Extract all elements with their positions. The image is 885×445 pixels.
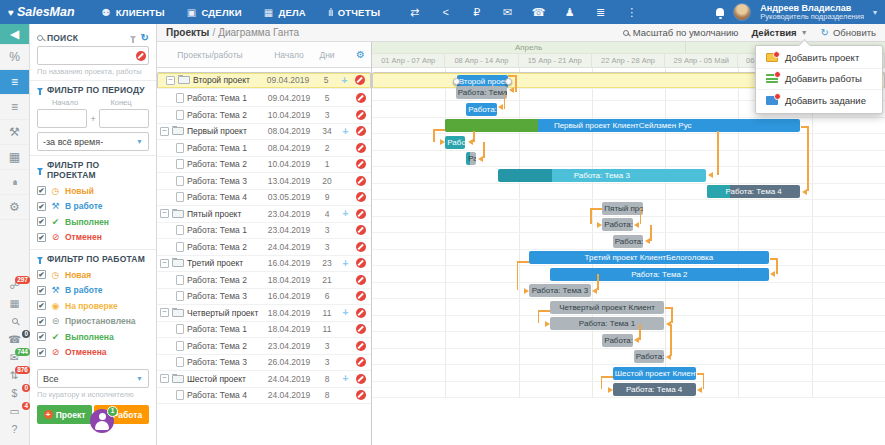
delete-icon[interactable] — [356, 192, 366, 202]
table-row[interactable]: Работа: Тема 424.04.20198 — [157, 388, 371, 405]
zoom-default-button[interactable]: Масштаб по умолчанию — [623, 27, 739, 38]
rail-item-gantt[interactable]: ≡ — [0, 70, 29, 95]
rail-item-deals[interactable]: ☍297 — [0, 276, 29, 294]
menu-item[interactable]: Добавить задание — [756, 90, 882, 112]
period-start-input[interactable] — [37, 109, 87, 128]
gantt-bar[interactable]: Первый проект КлиентСейлзмен Рус — [445, 119, 800, 132]
gantt-row[interactable]: Пятый проект К — [372, 200, 885, 217]
add-work-icon[interactable]: + — [343, 208, 349, 219]
nav-item-deals[interactable]: ▣СДЕЛКИ — [176, 0, 253, 24]
delete-icon[interactable] — [356, 374, 366, 384]
period-end-input[interactable] — [99, 109, 149, 128]
gantt-bar[interactable]: Работа: Тема 4 — [613, 383, 696, 396]
delete-icon[interactable] — [356, 390, 366, 400]
table-row[interactable]: Работа: Тема 316.04.20196 — [157, 289, 371, 306]
gantt-row[interactable]: Работа: Тема 4 — [372, 382, 885, 399]
mail-icon[interactable]: ✉ — [492, 6, 523, 19]
table-row[interactable]: Работа: Тема 108.04.20192 — [157, 140, 371, 157]
actions-button[interactable]: Действия ▼ — [751, 27, 807, 38]
table-row[interactable]: −Третий проект16.04.201923+ — [157, 256, 371, 273]
table-row[interactable]: −Четвертый проект18.04.201911+ — [157, 305, 371, 322]
checkbox[interactable]: ✔ — [37, 332, 46, 341]
gantt-bar[interactable]: Четвертый проект Клиент — [550, 301, 664, 314]
rail-item-help[interactable]: ? — [0, 420, 29, 438]
delete-icon[interactable] — [356, 126, 366, 136]
gantt-row[interactable]: Работа: Тема 3 — [372, 283, 885, 300]
filter-option[interactable]: ✔⊘Отменена — [37, 345, 149, 361]
rail-item-settings[interactable]: ⚙ — [0, 195, 29, 220]
gantt-bar[interactable]: Шестой проект КлиентПАРТИК — [613, 367, 696, 380]
gantt-row[interactable]: Четвертый проект Клиент — [372, 299, 885, 316]
checkbox[interactable]: ✔ — [37, 270, 46, 279]
gantt-row[interactable]: Работа: Тема 1 — [372, 217, 885, 234]
search-input[interactable] — [37, 46, 149, 65]
gantt-bar[interactable]: Работа: Тема 2 — [613, 235, 643, 248]
rail-item-list[interactable]: ≡ — [0, 95, 29, 120]
rail-item-calendar-day[interactable]: ▦ — [0, 294, 29, 312]
nav-item-reports[interactable]: ılıОТЧЕТЫ — [317, 0, 391, 24]
checkbox[interactable]: ✔ — [37, 286, 46, 295]
filter-option[interactable]: ✔✔Выполнен — [37, 214, 149, 230]
gantt-row[interactable]: Работа: Тема 2 — [372, 266, 885, 283]
period-range-select[interactable]: -за всё время- ▼ — [37, 132, 149, 151]
table-row[interactable]: Работа: Тема 109.04.20195 — [157, 91, 371, 108]
filter-option[interactable]: ✔⊜Приостановлена — [37, 314, 149, 330]
checkbox[interactable]: ✔ — [37, 186, 46, 195]
collapse-toggle[interactable]: − — [160, 209, 169, 218]
rail-item-money[interactable]: $0 — [0, 384, 29, 402]
checkbox[interactable]: ✔ — [37, 217, 46, 226]
table-settings-icon[interactable]: ⚙ — [356, 49, 365, 60]
table-row[interactable]: −Первый проект08.04.201934+ — [157, 124, 371, 141]
table-row[interactable]: Работа: Тема 123.04.20193 — [157, 223, 371, 240]
table-row[interactable]: Работа: Тема 210.04.20193 — [157, 107, 371, 124]
curator-select[interactable]: Все ▼ — [37, 369, 149, 388]
delete-icon[interactable] — [356, 324, 366, 334]
delete-icon[interactable] — [356, 159, 366, 169]
gantt-bar[interactable]: Работа: Тема 4 — [707, 185, 800, 198]
gantt-row[interactable]: Работа: Тема 3 — [372, 349, 885, 366]
nav-item-tasks[interactable]: ▦ДЕЛА — [253, 0, 317, 24]
gantt-bar[interactable]: Работа: Тема 1 — [602, 218, 632, 231]
delete-icon[interactable] — [356, 357, 366, 367]
checkbox[interactable]: ✔ — [37, 301, 46, 310]
table-row[interactable]: Работа: Тема 210.04.20191 — [157, 157, 371, 174]
table-row[interactable]: Работа: Тема 403.05.20199 — [157, 190, 371, 207]
user-info[interactable]: Андреев Владислав Руководитель подраздел… — [760, 3, 864, 21]
rail-item-activity[interactable]: ⇅876 — [0, 366, 29, 384]
filter-option[interactable]: ✔⊘Отменен — [37, 230, 149, 246]
more-icon[interactable]: ⋮ — [616, 6, 647, 19]
delete-icon[interactable] — [356, 242, 366, 252]
gantt-bar[interactable]: Работа: Тема 1 — [456, 86, 507, 99]
gantt-bar[interactable]: Пятый проект К — [602, 202, 643, 215]
chevron-down-icon[interactable]: ▾ — [873, 8, 877, 17]
filter-option[interactable]: ✔◷Новая — [37, 267, 149, 283]
bell-icon[interactable] — [716, 8, 724, 16]
collapse-toggle[interactable]: − — [160, 127, 169, 136]
table-row[interactable]: Работа: Тема 118.04.201911 — [157, 322, 371, 339]
rail-item-calendar[interactable]: ▦ — [0, 145, 29, 170]
checkbox[interactable]: ✔ — [37, 233, 46, 242]
drag-handle-right[interactable] — [505, 78, 512, 85]
collapse-toggle[interactable]: − — [160, 259, 169, 268]
nav-item-clients[interactable]: ⚉КЛИЕНТЫ — [91, 0, 176, 24]
gantt-bar[interactable]: Работа: Тема 2 — [550, 268, 769, 281]
current-user-fab[interactable]: 1 — [90, 409, 114, 433]
table-row[interactable]: Работа: Тема 223.04.20193 — [157, 338, 371, 355]
filter-option[interactable]: ✔⚒В работе — [37, 199, 149, 215]
share-icon[interactable]: < — [430, 6, 461, 19]
refresh-search-icon[interactable]: ↻ — [140, 32, 149, 43]
delete-icon[interactable] — [356, 291, 366, 301]
table-row[interactable]: −Второй проект09.04.20195+ — [157, 72, 371, 89]
ruble-icon[interactable]: ₽ — [461, 6, 492, 19]
filter-option[interactable]: ✔⚒В работе — [37, 283, 149, 299]
filter-option[interactable]: ✔✔Выполнена — [37, 329, 149, 345]
rail-item-search[interactable] — [0, 312, 29, 330]
rail-item-cards[interactable]: ▭4 — [0, 402, 29, 420]
clear-search-icon[interactable] — [136, 51, 146, 61]
gantt-bar[interactable]: Работа: Тема 3 — [529, 284, 591, 297]
delete-icon[interactable] — [356, 93, 366, 103]
collapse-toggle[interactable]: − — [166, 76, 175, 85]
delete-icon[interactable] — [356, 275, 366, 285]
checkbox[interactable]: ✔ — [37, 317, 46, 326]
breadcrumb-projects[interactable]: Проекты — [166, 27, 209, 38]
